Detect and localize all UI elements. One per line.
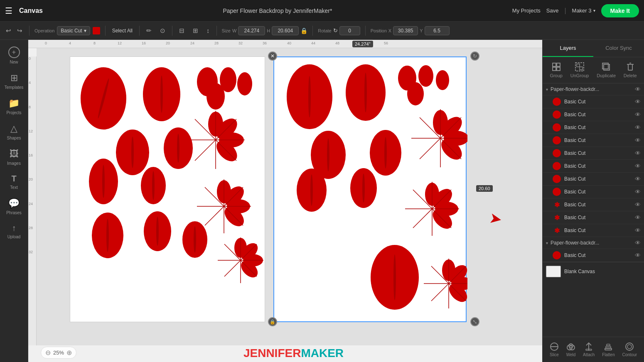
layer-item-8[interactable]: Basic Cut 👁: [543, 186, 644, 198]
layer-eye-11[interactable]: 👁: [635, 227, 641, 234]
flatten-label: Flatten: [602, 352, 615, 357]
selection-handle-resize[interactable]: ⤡: [470, 317, 479, 326]
layer-eye-g2[interactable]: 👁: [635, 252, 641, 259]
flatten-action[interactable]: Flatten: [600, 340, 617, 359]
group-action[interactable]: Group: [546, 61, 566, 80]
layer-group-2-header[interactable]: ▾ Paper-flower-backdr... 👁: [543, 237, 644, 249]
x-input[interactable]: [393, 26, 418, 35]
edit-button[interactable]: ✏: [145, 25, 153, 36]
zoom-out-button[interactable]: ⊖: [45, 349, 51, 357]
color-swatch[interactable]: [93, 27, 100, 34]
duplicate-action[interactable]: Duplicate: [593, 61, 619, 80]
zoom-level: 25%: [53, 350, 64, 356]
layer-item-7[interactable]: Basic Cut 👁: [543, 173, 644, 186]
layer-item-5[interactable]: Basic Cut 👁: [543, 147, 644, 160]
weld-action[interactable]: Weld: [564, 340, 578, 359]
delete-action[interactable]: Delete: [620, 61, 640, 80]
layer-name-1: Basic Cut: [564, 99, 632, 105]
selection-handle-rotate[interactable]: ↻: [470, 51, 479, 61]
offset-icon: ⊙: [160, 27, 165, 34]
sidebar-item-templates[interactable]: ⊞ Templates: [2, 69, 26, 93]
layer-item-2[interactable]: Basic Cut 👁: [543, 108, 644, 121]
eye-icon[interactable]: 👁: [635, 86, 641, 93]
operation-select[interactable]: Basic Cut ▾: [57, 26, 90, 35]
ruler-mark-20: 20: [166, 41, 170, 45]
sidebar-item-new[interactable]: + New: [2, 43, 26, 68]
layer-eye-9[interactable]: 👁: [635, 201, 641, 208]
rotate-input[interactable]: [339, 26, 360, 35]
svg-point-69: [362, 174, 365, 203]
width-input[interactable]: [238, 26, 265, 35]
blank-canvas-thumb: [546, 266, 561, 277]
arrange-button[interactable]: ⊞: [191, 25, 200, 36]
blank-canvas-row[interactable]: Blank Canvas: [543, 262, 644, 281]
layer-item-4[interactable]: Basic Cut 👁: [543, 134, 644, 147]
canvas-area[interactable]: 0 4 8 12 16 20 24 28 32 36 40 44 48 52 5…: [28, 40, 542, 362]
eye-icon-2[interactable]: 👁: [635, 240, 641, 246]
layer-item-11[interactable]: ✱ Basic Cut 👁: [543, 224, 644, 237]
ruler-v-4: 4: [29, 81, 31, 85]
height-input[interactable]: [272, 26, 299, 35]
text-icon: T: [11, 174, 16, 183]
ruler-mark-44: 44: [311, 41, 315, 45]
layer-item-9[interactable]: ✱ Basic Cut 👁: [543, 198, 644, 211]
layer-eye-2[interactable]: 👁: [635, 111, 641, 118]
layer-eye-7[interactable]: 👁: [635, 176, 641, 182]
make-it-button[interactable]: Make It: [601, 4, 639, 17]
layer-eye-4[interactable]: 👁: [635, 137, 641, 144]
tab-layers[interactable]: Layers: [543, 40, 593, 57]
attach-action[interactable]: Attach: [580, 340, 597, 359]
canvas-workspace[interactable]: ✕ ↻ 🔒 ⤡ 24.274" 20.60 ➤ JENNIFERMAKER: [37, 48, 542, 345]
sidebar-item-phrases[interactable]: 💬 Phrases: [2, 195, 26, 218]
ungroup-action[interactable]: UnGroup: [567, 61, 592, 80]
svg-rect-97: [628, 64, 632, 70]
layer-item-10[interactable]: ✱ Basic Cut 👁: [543, 211, 644, 224]
watermark: JENNIFERMAKER: [243, 347, 344, 360]
sidebar-item-shapes[interactable]: △ Shapes: [2, 120, 26, 144]
duplicate-label: Duplicate: [597, 73, 616, 78]
projects-icon: 📁: [8, 98, 20, 109]
layer-name-4: Basic Cut: [564, 137, 632, 143]
sidebar-item-images[interactable]: 🖼 Images: [2, 145, 26, 169]
save-btn[interactable]: Save: [546, 7, 559, 14]
sidebar-item-text[interactable]: T Text: [2, 171, 26, 193]
layer-item-3[interactable]: Basic Cut 👁: [543, 121, 644, 134]
sidebar-label-upload: Upload: [7, 235, 21, 239]
layer-eye-5[interactable]: 👁: [635, 150, 641, 157]
layer-name-2: Basic Cut: [564, 112, 632, 117]
undo-button[interactable]: ↩: [4, 25, 13, 36]
layer-group-1-header[interactable]: ▾ Paper-flower-backdr... 👁: [543, 83, 644, 95]
zoom-in-button[interactable]: ⊕: [66, 349, 72, 357]
svg-point-3: [160, 76, 163, 113]
selection-handle-close[interactable]: ✕: [268, 51, 277, 61]
layer-item-1[interactable]: Basic Cut 👁: [543, 95, 644, 108]
sidebar-item-upload[interactable]: ↑ Upload: [2, 220, 26, 242]
sidebar-item-projects[interactable]: 📁 Projects: [2, 95, 26, 118]
hamburger-icon[interactable]: ☰: [5, 6, 12, 16]
redo-button[interactable]: ↪: [15, 25, 24, 36]
select-all-button[interactable]: Select All: [111, 26, 134, 35]
layer-eye-1[interactable]: 👁: [635, 98, 641, 105]
layer-eye-10[interactable]: 👁: [635, 214, 641, 221]
layer-item-6[interactable]: Basic Cut 👁: [543, 160, 644, 173]
layer-eye-3[interactable]: 👁: [635, 124, 641, 131]
align-button[interactable]: ⊟: [177, 25, 186, 36]
tab-color-sync[interactable]: Color Sync: [593, 40, 644, 57]
y-input[interactable]: [425, 26, 450, 35]
selection-handle-lock[interactable]: 🔒: [268, 317, 277, 326]
slice-action[interactable]: Slice: [547, 340, 561, 359]
chevron-icon-2: ▾: [546, 241, 548, 245]
sidebar-label-shapes: Shapes: [7, 136, 21, 140]
layer-item-g2-1[interactable]: Basic Cut 👁: [543, 249, 644, 262]
machine-selector[interactable]: Maker 3 ▾: [572, 7, 595, 14]
contour-action[interactable]: Contour: [619, 340, 639, 359]
my-projects-btn[interactable]: My Projects: [512, 7, 541, 14]
layer-eye-8[interactable]: 👁: [635, 188, 641, 195]
layer-eye-6[interactable]: 👁: [635, 163, 641, 169]
flip-button[interactable]: ↕: [205, 25, 211, 36]
layer-thumb-x-3: ✱: [553, 226, 561, 235]
svg-point-49: [364, 73, 367, 113]
lock-icon: 🔒: [300, 27, 307, 34]
sidebar-label-text: Text: [10, 185, 17, 190]
offset-button[interactable]: ⊙: [158, 25, 167, 36]
